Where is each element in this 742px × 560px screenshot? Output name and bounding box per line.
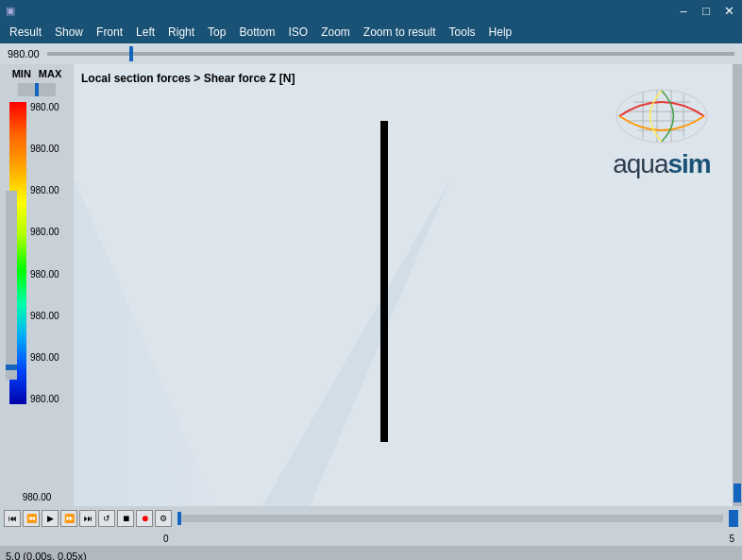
slider-value-label: 980.00 — [4, 47, 43, 60]
btn-start[interactable]: ⏮ — [4, 510, 21, 527]
menu-help[interactable]: Help — [483, 24, 518, 41]
menu-front[interactable]: Front — [91, 24, 128, 41]
timeline-end-label: 5 — [729, 534, 734, 544]
left-vslider-thumb[interactable] — [6, 365, 17, 370]
timeline-scroll-thumb[interactable] — [729, 510, 738, 527]
menu-top[interactable]: Top — [202, 24, 231, 41]
scale-label-2: 980.00 — [30, 185, 59, 195]
slider-track[interactable] — [47, 52, 734, 56]
timeline-track[interactable] — [177, 515, 723, 522]
scale-labels: 980.00 980.00 980.00 980.00 980.00 980.0… — [26, 102, 59, 404]
btn-next[interactable]: ⏩ — [60, 510, 77, 527]
menu-tools[interactable]: Tools — [444, 24, 481, 41]
menu-right[interactable]: Right — [162, 24, 200, 41]
menu-zoom-result[interactable]: Zoom to result — [358, 24, 442, 41]
menu-left[interactable]: Left — [130, 24, 160, 41]
menu-zoom[interactable]: Zoom — [315, 24, 356, 41]
scale-label-7: 980.00 — [30, 394, 59, 404]
statusbar: 5.0 (0.00s, 0.05x) — [0, 546, 742, 560]
right-scroll-thumb[interactable] — [734, 484, 741, 502]
btn-loop[interactable]: ↺ — [98, 510, 115, 527]
right-scrollbar[interactable] — [733, 64, 742, 506]
max-label: MAX — [39, 68, 61, 79]
bottom-value-label: 980.00 — [23, 492, 52, 502]
close-button[interactable]: ✕ — [721, 4, 736, 17]
min-max-slider[interactable] — [18, 83, 56, 96]
scale-label-4: 980.00 — [30, 269, 59, 280]
top-slider-area: 980.00 — [0, 43, 742, 64]
titlebar: ▣ – □ ✕ — [0, 0, 742, 21]
menu-bottom[interactable]: Bottom — [233, 24, 280, 41]
menu-result[interactable]: Result — [4, 24, 47, 41]
logo-text: aquasim — [613, 149, 711, 179]
aquasim-logo: aquasim — [610, 83, 714, 179]
btn-play[interactable]: ▶ — [42, 510, 59, 527]
menu-show[interactable]: Show — [49, 24, 89, 41]
main-area: MIN MAX 980.00 980.00 980.00 980.00 980.… — [0, 64, 742, 506]
btn-settings[interactable]: ⚙ — [155, 510, 172, 527]
timeline-labels: 0 5 — [0, 531, 742, 546]
logo-aqua: aqua — [613, 149, 667, 178]
left-vertical-slider[interactable] — [6, 191, 17, 380]
min-label: MIN — [12, 68, 31, 79]
maximize-button[interactable]: □ — [699, 4, 714, 17]
playback-bar: ⏮ ⏪ ▶ ⏩ ⏭ ↺ ⏹ ⏺ ⚙ — [0, 506, 742, 531]
slider-thumb[interactable] — [129, 46, 133, 61]
logo-sim: sim — [668, 149, 711, 178]
scale-label-0: 980.00 — [30, 102, 59, 112]
menu-iso[interactable]: ISO — [282, 24, 313, 41]
btn-end[interactable]: ⏭ — [79, 510, 96, 527]
logo-icon — [610, 83, 714, 149]
menubar: Result Show Front Left Right Top Bottom … — [0, 21, 742, 43]
viewport[interactable]: Local section forces > Shear force Z [N] — [74, 64, 733, 506]
min-max-thumb[interactable] — [35, 83, 39, 96]
left-panel: MIN MAX 980.00 980.00 980.00 980.00 980.… — [0, 64, 74, 506]
btn-prev[interactable]: ⏪ — [23, 510, 40, 527]
app-icon: ▣ — [6, 5, 15, 17]
scale-label-6: 980.00 — [30, 352, 59, 363]
min-max-row: MIN MAX — [12, 68, 62, 79]
scale-label-5: 980.00 — [30, 311, 59, 321]
svg-point-2 — [616, 90, 707, 143]
structure-bar — [380, 121, 388, 442]
btn-stop[interactable]: ⏹ — [117, 510, 134, 527]
status-text: 5.0 (0.00s, 0.05x) — [6, 551, 87, 560]
minimize-button[interactable]: – — [676, 4, 691, 17]
timeline-start-label: 0 — [163, 534, 169, 544]
svg-marker-0 — [74, 178, 262, 506]
scale-label-1: 980.00 — [30, 144, 59, 154]
timeline-thumb[interactable] — [177, 512, 181, 525]
btn-record[interactable]: ⏺ — [136, 510, 153, 527]
scale-label-3: 980.00 — [30, 227, 59, 237]
